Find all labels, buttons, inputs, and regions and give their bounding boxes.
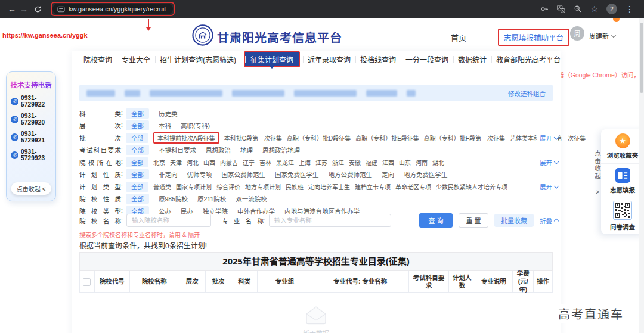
nav-tab[interactable]: 一分一段查询 — [401, 54, 453, 64]
expand-link[interactable]: 展开 — [537, 182, 558, 191]
filter-option[interactable]: 历史类 — [159, 109, 178, 118]
major-name-input[interactable] — [269, 214, 391, 227]
school-name-input[interactable] — [126, 214, 211, 227]
filter-option[interactable]: 全部 — [126, 108, 149, 119]
browser-profile-avatar[interactable]: 2 — [606, 4, 617, 14]
expand-link[interactable]: 展开 — [537, 133, 558, 142]
nav-tab[interactable]: 院校查询 — [79, 54, 117, 64]
expand-link[interactable]: 展开 — [537, 158, 558, 167]
select-all-checkbox[interactable] — [83, 278, 91, 286]
url-highlight-box: kw.ganseea.cn/yggk/query/recruit — [51, 2, 175, 16]
reload-icon[interactable] — [34, 5, 42, 13]
address-bar[interactable]: kw.ganseea.cn/yggk/query/recruit — [52, 4, 173, 14]
filter-option[interactable]: 本科提前批次A段征集 — [153, 132, 219, 144]
apply-label: 志愿填报 — [610, 185, 635, 194]
apply-shortcut[interactable]: 志愿填报 — [601, 164, 644, 198]
filter-option[interactable]: 安徽 — [349, 158, 361, 167]
filter-option[interactable]: 内蒙古 — [220, 158, 238, 167]
filter-option[interactable]: 吉林 — [259, 158, 271, 167]
filter-option[interactable]: 思想政治 — [206, 145, 231, 154]
filter-option[interactable]: 全部 — [126, 120, 149, 130]
translate-icon[interactable] — [557, 5, 565, 13]
filter-row-school-nature: 院校性质: 全部原985院校原211院校双一流院校 — [79, 193, 558, 206]
favorites-shortcut[interactable]: ★ 浏览收藏夹 — [601, 129, 644, 164]
filter-option[interactable]: 山东 — [399, 158, 411, 167]
filter-option[interactable]: 江苏 — [315, 158, 327, 167]
nav-tab[interactable]: 招生计划查询(志愿筛选) — [155, 54, 241, 64]
filter-option[interactable]: 河南 — [416, 158, 428, 167]
modify-subject-combo-link[interactable]: 修改选科组合 — [508, 89, 546, 98]
nav-tab[interactable]: 专业大全 — [117, 54, 155, 64]
filter-option[interactable]: 少数民族紧缺人才培养专项 — [436, 182, 507, 191]
filter-option[interactable]: 北京 — [153, 158, 165, 167]
filter-option[interactable]: 优师专项 — [187, 170, 212, 179]
filter-option[interactable]: 天津 — [170, 158, 182, 167]
filter-option[interactable]: 高职（专科）批F段第一次征集 — [424, 133, 505, 142]
filter-option[interactable]: 非定向 — [159, 170, 178, 179]
filter-option[interactable]: 高职（专科）批D段征集 — [287, 133, 351, 142]
filter-option[interactable]: 原985院校 — [159, 194, 188, 203]
home-link[interactable]: 首页 — [451, 32, 466, 43]
scrollbar-thumb[interactable] — [640, 23, 643, 93]
query-button[interactable]: 查 询 — [419, 213, 453, 228]
filter-option[interactable]: 国家免费医学生 — [275, 170, 319, 179]
password-key-icon[interactable] — [540, 5, 549, 13]
bookmark-star-icon[interactable]: ☆ — [590, 5, 598, 13]
filter-option[interactable]: 普通类 — [153, 182, 171, 191]
filter-option[interactable]: 国家公费师范生 — [222, 170, 266, 179]
filter-option[interactable]: 全部 — [126, 169, 149, 179]
filter-option[interactable]: 不提科目要求 — [159, 145, 196, 154]
site-info-icon[interactable] — [57, 5, 65, 13]
filter-option[interactable]: 双一流院校 — [236, 194, 267, 203]
batch-favorite-button[interactable]: 批量收藏 — [494, 214, 534, 227]
filter-option[interactable]: 地方专项计划 — [245, 182, 281, 191]
filter-option[interactable]: 本科 — [159, 121, 171, 130]
filter-option[interactable]: 河北 — [187, 158, 199, 167]
filter-option[interactable]: 全部 — [126, 145, 149, 155]
filter-option[interactable]: 山西 — [203, 158, 215, 167]
filter-option[interactable]: 上海 — [299, 158, 311, 167]
filter-option[interactable]: 全部 — [126, 133, 148, 143]
filter-option[interactable]: 定向 — [382, 170, 394, 179]
filter-option[interactable]: 革命老区专项 — [395, 182, 431, 191]
filter-option[interactable]: 全部 — [126, 182, 148, 192]
filter-option[interactable]: 福建 — [366, 158, 377, 167]
filter-option[interactable]: 江西 — [382, 158, 394, 167]
filter-option[interactable]: 地方公费师范生 — [329, 170, 373, 179]
filter-option[interactable]: 综合评价 — [216, 182, 240, 191]
filter-option[interactable]: 本科批C段第一次征集 — [224, 133, 282, 142]
survey-shortcut[interactable]: 问卷调查 — [601, 198, 644, 233]
filter-option[interactable]: 地方免费医学生 — [404, 170, 448, 179]
filter-option[interactable]: 全部 — [126, 194, 149, 204]
nav-tab[interactable]: 数据统计 — [453, 54, 491, 64]
collapse-filters-link[interactable]: 折叠 — [540, 216, 558, 225]
user-menu[interactable]: 周建新 — [589, 31, 615, 41]
filter-option[interactable]: 定向培养军士生 — [308, 182, 350, 191]
filter-option[interactable]: 高职（专科）批E段征集 — [355, 133, 419, 142]
redacted-text — [232, 90, 284, 97]
filter-option[interactable]: 湖北 — [432, 158, 444, 167]
filter-option[interactable]: 思想政治地理 — [262, 145, 300, 154]
filter-option[interactable]: 黑龙江 — [276, 158, 294, 167]
nav-tab[interactable]: 近年录取查询 — [303, 54, 355, 64]
filter-option[interactable]: 浙江 — [332, 158, 344, 167]
filter-option[interactable]: 辽宁 — [243, 158, 255, 167]
nav-tab[interactable]: 征集计划查询 — [244, 51, 300, 67]
left-panel-collapse-button[interactable]: 点击收起 < — [11, 182, 51, 195]
filter-option[interactable]: 地理 — [240, 145, 253, 154]
zoom-icon[interactable] — [574, 5, 582, 13]
user-avatar[interactable]: 周 — [570, 26, 584, 41]
nav-tab[interactable]: 教育部阳光高考平台 — [491, 54, 565, 64]
back-icon[interactable]: ← — [6, 0, 18, 18]
nav-tab[interactable]: 投档线查询 — [355, 54, 401, 64]
forward-icon[interactable]: → — [18, 0, 30, 18]
filter-option[interactable]: 建档立卡专项 — [355, 182, 391, 191]
filter-option[interactable]: 民族班 — [286, 182, 304, 191]
browser-menu-icon[interactable]: ⋮ — [626, 5, 634, 13]
filter-option[interactable]: 原211院校 — [197, 194, 226, 203]
filter-option[interactable]: 全部 — [126, 157, 148, 167]
reset-button[interactable]: 重 置 — [459, 213, 488, 228]
filter-option[interactable]: 高职(专科) — [181, 121, 210, 130]
filter-option[interactable]: 国家专项计划 — [176, 182, 212, 191]
assist-platform-link[interactable]: 志愿填报辅助平台 — [498, 29, 569, 46]
